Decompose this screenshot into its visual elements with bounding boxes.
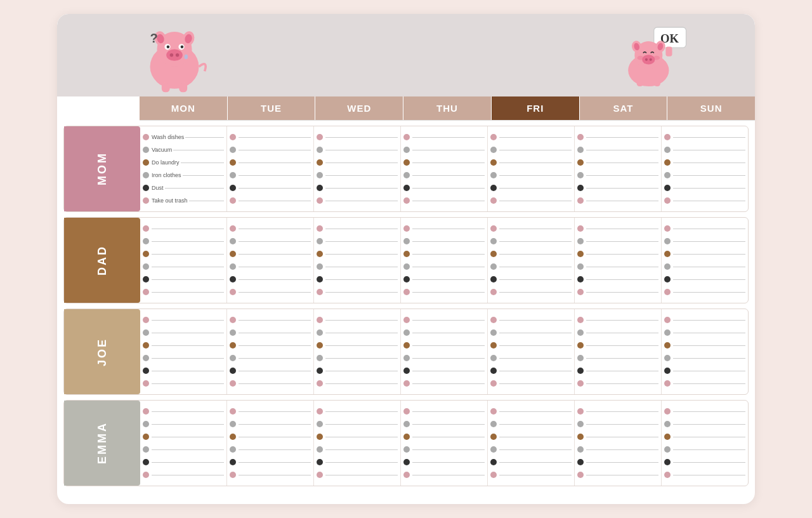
chore-row: [664, 378, 745, 389]
chore-dot: [490, 408, 497, 415]
chore-dot: [403, 159, 410, 166]
chart-container: ? OK: [57, 14, 755, 504]
chore-line: [412, 358, 485, 359]
chore-line: [673, 241, 745, 242]
chore-line: [412, 371, 485, 371]
chore-dot: [403, 434, 410, 440]
chore-line: [325, 383, 398, 384]
chore-row: [317, 236, 398, 247]
day-col-mom-sat: [575, 126, 662, 211]
chore-row: [403, 274, 485, 285]
chore-row: [577, 286, 658, 298]
chore-dot: [230, 276, 236, 282]
day-col-dad-mon: [140, 218, 227, 303]
chore-dot: [143, 185, 149, 191]
chore-line: [239, 241, 311, 242]
chore-dot: [143, 289, 149, 295]
chore-row: [577, 248, 658, 260]
chore-row: [317, 286, 398, 298]
chore-dot: [577, 380, 584, 387]
chore-dot: [317, 185, 323, 191]
chore-dot: [317, 421, 323, 427]
chore-row: [577, 365, 658, 376]
chore-row: [230, 418, 311, 430]
chore-dot: [490, 238, 497, 244]
chore-dot: [664, 355, 671, 361]
day-col-dad-sat: [575, 218, 662, 303]
chore-line: [325, 188, 398, 189]
chore-line: [499, 320, 572, 321]
chore-dot: [403, 342, 410, 349]
chore-line: [586, 437, 658, 437]
svg-point-11: [167, 46, 170, 49]
chore-row: [230, 223, 311, 234]
chore-row: [664, 444, 745, 455]
chore-line: [499, 150, 572, 150]
chore-line: [239, 475, 311, 475]
chore-dot: [577, 289, 584, 295]
chore-row: [577, 223, 658, 234]
chore-line: [499, 254, 572, 255]
chore-row: [230, 261, 311, 272]
chore-dot: [317, 197, 323, 204]
chore-row: [490, 274, 572, 285]
day-col-joe-thu: [401, 309, 488, 394]
chore-dot: [577, 329, 584, 336]
chore-line: [673, 383, 745, 384]
chore-line: [586, 345, 658, 346]
chore-line: [673, 254, 745, 255]
chore-text: Dust: [152, 185, 164, 191]
chore-row: [317, 406, 398, 417]
chore-dot: [230, 225, 236, 232]
chore-line: [673, 333, 745, 333]
chore-dot: [403, 329, 410, 336]
section-label-joe: JOE: [64, 309, 140, 394]
section-content-emma: [140, 401, 748, 486]
chore-dot: [317, 263, 323, 270]
chore-row: [403, 340, 485, 351]
chore-row: [230, 169, 311, 181]
chore-row: [577, 274, 658, 285]
chore-row: [143, 223, 224, 234]
chore-dot: [490, 368, 497, 374]
chore-dot: [490, 172, 497, 178]
chore-row: [577, 444, 658, 455]
chore-row: [490, 456, 572, 468]
chore-dot: [403, 197, 410, 204]
chore-dot: [490, 342, 497, 349]
chore-row: [230, 365, 311, 376]
chore-line: [189, 201, 224, 201]
day-col-emma-sat: [575, 401, 662, 486]
day-col-mom-sun: [662, 126, 748, 211]
chore-dot: [143, 380, 149, 387]
chore-dot: [664, 408, 671, 415]
chore-row: [490, 223, 572, 234]
chore-line: [239, 345, 311, 346]
chore-row: [143, 431, 224, 442]
chore-row: [403, 236, 485, 247]
chore-line: [152, 292, 224, 293]
chore-row: [577, 261, 658, 272]
chore-dot: [230, 238, 236, 244]
svg-point-30: [653, 56, 660, 60]
chore-row: [317, 352, 398, 364]
chore-line: [586, 137, 658, 138]
section-dad: DAD: [63, 217, 749, 303]
chore-row: [577, 182, 658, 194]
chore-row: [317, 418, 398, 430]
chore-row: [143, 365, 224, 376]
chore-line: [586, 371, 658, 371]
chore-row: [317, 378, 398, 389]
pig-left-icon: ?: [140, 25, 209, 103]
chore-line: [152, 437, 224, 437]
chore-row: [664, 223, 745, 234]
chore-line: [412, 424, 485, 425]
chore-line: [152, 383, 224, 384]
chore-dot: [403, 185, 410, 191]
header: ? OK: [57, 14, 755, 96]
chore-line: [152, 462, 224, 463]
chore-dot: [317, 446, 323, 453]
chore-line: [152, 424, 224, 425]
chore-line: [239, 201, 311, 201]
chore-dot: [664, 421, 671, 427]
